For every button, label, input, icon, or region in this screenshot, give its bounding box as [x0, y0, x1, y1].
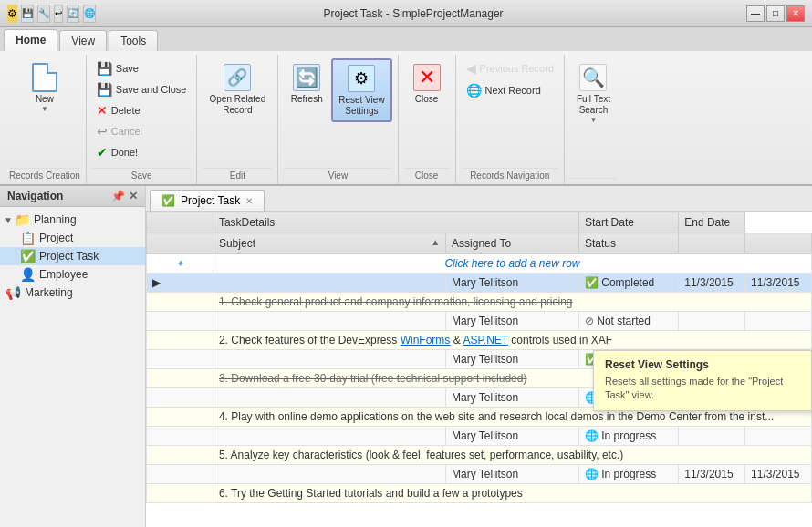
- records-creation-label: Records Creation: [9, 168, 80, 184]
- status-icon: 🌐: [585, 468, 599, 480]
- nav-item-planning[interactable]: ▼ 📁 Planning: [0, 211, 145, 229]
- table-row[interactable]: 5. Analyze key characteristics (look & f…: [147, 446, 812, 465]
- search-icon: 🔍: [578, 63, 608, 92]
- ribbon-group-view: 🔄 Refresh ⚙ Reset ViewSettings View: [278, 55, 398, 184]
- planning-label: Planning: [34, 213, 77, 226]
- status-label: In progress: [601, 429, 656, 442]
- tab-view[interactable]: View: [59, 30, 107, 51]
- toolbar-icon2[interactable]: 🔧: [37, 5, 50, 23]
- th-start[interactable]: Start Date: [578, 212, 678, 233]
- toolbar-icon3[interactable]: ↩: [54, 5, 63, 23]
- detail-subject: 1. Check general product and company inf…: [213, 293, 811, 312]
- detail-subject: 6. Try the Getting Started tutorials and…: [213, 484, 811, 503]
- table-row[interactable]: 1. Check general product and company inf…: [147, 293, 812, 312]
- refresh-label: Refresh: [291, 94, 323, 105]
- tab-close-icon[interactable]: ✕: [245, 196, 253, 206]
- close-record-button[interactable]: ✕ Close: [404, 58, 450, 109]
- navigation-panel: Navigation 📌 ✕ ▼ 📁 Planning 📋 Project: [0, 186, 146, 527]
- save-close-button[interactable]: 💾 Save and Close: [92, 79, 192, 99]
- th-status[interactable]: Status: [578, 233, 678, 254]
- table-row[interactable]: Mary Tellitson 🌐 In progress 11/3/2015 1…: [147, 465, 812, 484]
- open-related-button[interactable]: 🔗 Open RelatedRecord: [203, 58, 272, 120]
- toolbar-icon1[interactable]: 💾: [21, 5, 34, 23]
- records-nav-label: Records Navigation: [462, 168, 558, 184]
- row-marker: [147, 312, 213, 331]
- detail-marker: [147, 369, 213, 388]
- full-text-search-button[interactable]: 🔍 Full TextSearch ▼: [570, 58, 617, 129]
- table-row[interactable]: 2. Check features of the DevExpress WinF…: [147, 331, 812, 350]
- delete-button[interactable]: ✕ Delete: [92, 100, 145, 120]
- nav-item-project-task[interactable]: ✅ Project Task: [0, 247, 145, 265]
- detail-subject: 5. Analyze key characteristics (look & f…: [213, 446, 811, 465]
- maximize-button[interactable]: □: [766, 5, 785, 22]
- th-start2: [679, 233, 745, 254]
- tab-tools[interactable]: Tools: [109, 30, 158, 51]
- refresh-button[interactable]: 🔄 Refresh: [284, 58, 329, 109]
- save-label: Save: [116, 63, 139, 74]
- search-label: Full TextSearch: [577, 94, 610, 116]
- ribbon-content: New ▼ Records Creation 💾 Save 💾 Save and…: [0, 51, 812, 184]
- new-button[interactable]: New ▼: [22, 58, 68, 118]
- nav-pin-icon[interactable]: 📌: [111, 190, 125, 202]
- nav-close-icon[interactable]: ✕: [129, 190, 138, 202]
- toolbar-icon4[interactable]: 🔄: [67, 5, 79, 23]
- next-record-label: Next Record: [485, 85, 541, 96]
- th-end-label: End Date: [684, 216, 730, 229]
- main-area: Navigation 📌 ✕ ▼ 📁 Planning 📋 Project: [0, 186, 812, 527]
- planning-expand-icon: ▼: [4, 215, 13, 225]
- new-icon: [30, 63, 59, 92]
- th-task-details[interactable]: TaskDetails: [213, 212, 578, 233]
- status-label: Not started: [597, 315, 651, 327]
- view-group-label: View: [284, 168, 391, 184]
- th-row-marker: [147, 233, 213, 254]
- tab-bar: ✅ Project Task ✕: [146, 186, 812, 212]
- done-button[interactable]: ✔ Done!: [92, 142, 142, 162]
- done-label: Done!: [111, 147, 138, 158]
- save-button[interactable]: 💾 Save: [92, 58, 143, 78]
- new-row-label[interactable]: Click here to add a new row: [213, 254, 811, 274]
- table-row[interactable]: ▶ Mary Tellitson ✅ Completed 11/3/2015 1…: [147, 274, 812, 293]
- detail-marker: [147, 408, 213, 427]
- close-button[interactable]: ✕: [786, 5, 805, 22]
- aspnet-link[interactable]: ASP.NET: [463, 334, 508, 346]
- nav-item-marketing[interactable]: 📢 Marketing: [0, 284, 145, 302]
- row-marker: [147, 427, 213, 446]
- new-row[interactable]: ✦ Click here to add a new row: [147, 254, 812, 274]
- table-row[interactable]: 6. Try the Getting Started tutorials and…: [147, 484, 812, 503]
- ribbon-group-edit: 🔗 Open RelatedRecord Edit: [197, 55, 278, 184]
- project-label: Project: [39, 232, 73, 244]
- ribbon-group-items: New ▼: [22, 55, 68, 166]
- th-assigned-label: Assigned To: [452, 237, 511, 250]
- next-record-button[interactable]: 🌐 Next Record: [462, 80, 546, 100]
- detail-marker: [147, 484, 213, 503]
- status-icon: 🌐: [585, 429, 599, 442]
- minimize-button[interactable]: —: [746, 5, 765, 22]
- th-end[interactable]: End Date: [679, 212, 745, 233]
- nav-item-project[interactable]: 📋 Project: [0, 229, 145, 247]
- ribbon-group-nav: ◀ Previous Record 🌐 Next Record Records …: [456, 55, 565, 184]
- nav-item-employee[interactable]: 👤 Employee: [0, 265, 145, 284]
- row-subject: [213, 427, 445, 446]
- tooltip-title: Reset View Settings: [605, 358, 800, 371]
- th-assigned[interactable]: Assigned To: [446, 233, 579, 254]
- tab-home[interactable]: Home: [4, 29, 57, 51]
- th-subject[interactable]: Subject ▲: [213, 233, 445, 254]
- row-assigned: Mary Tellitson: [446, 465, 579, 484]
- detail-marker: [147, 293, 213, 312]
- new-row-marker: ✦: [147, 254, 213, 274]
- ribbon-group-close: ✕ Close Close: [399, 55, 456, 184]
- reset-view-icon: ⚙: [347, 64, 376, 93]
- reset-view-button[interactable]: ⚙ Reset ViewSettings: [331, 58, 391, 122]
- winforms-link[interactable]: WinForms: [401, 334, 451, 346]
- status-label: Completed: [601, 276, 654, 289]
- search-arrow: ▼: [590, 116, 598, 124]
- content-tab-project-task[interactable]: ✅ Project Task ✕: [150, 190, 265, 211]
- th-task-details-label: TaskDetails: [219, 216, 275, 229]
- ribbon-group-save: 💾 Save 💾 Save and Close ✕ Delete ↩ Cance…: [87, 55, 198, 184]
- th-marker: [147, 212, 213, 233]
- table-row[interactable]: Mary Tellitson 🌐 In progress: [147, 427, 812, 446]
- new-arrow: ▼: [41, 105, 48, 113]
- tooltip-popup: Reset View Settings Resets all settings …: [593, 350, 812, 411]
- close-group-items: ✕ Close: [404, 55, 450, 166]
- table-row[interactable]: Mary Tellitson ⊘ Not started: [147, 312, 812, 331]
